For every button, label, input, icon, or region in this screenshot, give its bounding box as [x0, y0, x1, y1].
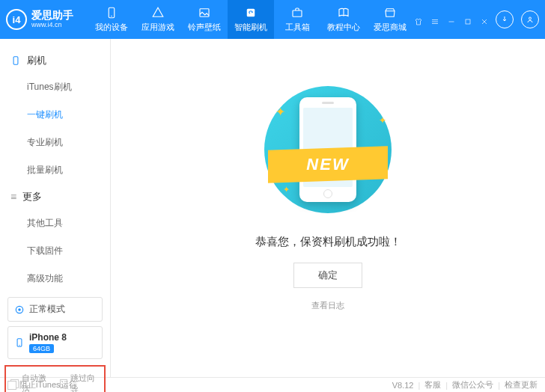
sidebar: 刷机 iTunes刷机 一键刷机 专业刷机 批量刷机 ≡ 更多 其他工具 下载固…: [0, 39, 111, 377]
sidebar-item-one-click-flash[interactable]: 一键刷机: [0, 101, 110, 129]
book-icon: [337, 6, 350, 19]
nav-store[interactable]: 爱思商城: [367, 0, 413, 39]
app-name: 爱思助手: [31, 10, 73, 21]
svg-rect-3: [247, 9, 255, 17]
nav-ringtones[interactable]: 铃声壁纸: [181, 0, 228, 39]
maximize-button[interactable]: [463, 16, 473, 27]
shirt-icon[interactable]: [413, 16, 424, 27]
ok-button[interactable]: 确定: [293, 263, 362, 288]
success-message: 恭喜您，保资料刷机成功啦！: [255, 235, 401, 249]
svg-point-12: [529, 17, 532, 19]
phone-icon: [105, 6, 118, 19]
nav-apps[interactable]: 应用游戏: [135, 0, 181, 39]
main-content: ✦ ✦ ✦ NEW 恭喜您，保资料刷机成功啦！ 确定 查看日志: [111, 39, 545, 377]
block-itunes-checkbox[interactable]: 阻止iTunes运行: [7, 379, 77, 391]
app-header: i4 爱思助手 www.i4.cn 我的设备 应用游戏 铃声壁纸 智能刷机 工具…: [0, 0, 545, 39]
nav-tutorials[interactable]: 教程中心: [320, 0, 367, 39]
apps-icon: [151, 6, 165, 19]
user-button[interactable]: [521, 10, 539, 28]
download-button[interactable]: [496, 10, 514, 28]
nav-flash[interactable]: 智能刷机: [228, 0, 274, 39]
more-icon: ≡: [10, 192, 16, 202]
svg-rect-4: [293, 10, 302, 16]
customer-service-link[interactable]: 客服: [424, 379, 441, 391]
svg-point-15: [18, 308, 21, 311]
refresh-icon: [244, 6, 258, 19]
header-actions: [496, 10, 539, 28]
nav-my-device[interactable]: 我的设备: [88, 0, 135, 39]
sidebar-item-itunes-flash[interactable]: iTunes刷机: [0, 73, 110, 101]
check-update-link[interactable]: 检查更新: [505, 379, 538, 391]
sidebar-item-pro-flash[interactable]: 专业刷机: [0, 129, 110, 156]
phone-icon: [14, 337, 25, 348]
close-button[interactable]: [479, 16, 490, 27]
new-ribbon: NEW: [268, 148, 388, 181]
store-icon: [383, 6, 397, 19]
briefcase-icon: [290, 6, 304, 19]
device-mode-status[interactable]: 正常模式: [7, 297, 103, 322]
status-dot-icon: [14, 304, 25, 315]
view-log-link[interactable]: 查看日志: [311, 300, 344, 311]
window-controls: [413, 12, 490, 27]
app-url: www.i4.cn: [31, 22, 73, 29]
logo-icon: i4: [6, 9, 27, 30]
top-nav: 我的设备 应用游戏 铃声壁纸 智能刷机 工具箱 教程中心 爱思商城: [88, 0, 413, 39]
sidebar-item-advanced[interactable]: 高级功能: [0, 265, 110, 293]
nav-toolbox[interactable]: 工具箱: [274, 0, 320, 39]
minimize-button[interactable]: [446, 16, 457, 27]
sidebar-item-batch-flash[interactable]: 批量刷机: [0, 156, 110, 184]
success-illustration: ✦ ✦ ✦ NEW: [253, 82, 403, 217]
sidebar-group-flash: 刷机: [0, 48, 110, 73]
image-icon: [198, 6, 211, 19]
phone-icon: [10, 55, 21, 66]
device-name: iPhone 8: [29, 332, 67, 343]
svg-rect-9: [466, 19, 470, 24]
device-storage-badge: 64GB: [29, 344, 54, 353]
connected-device[interactable]: iPhone 8 64GB: [7, 326, 103, 359]
wechat-link[interactable]: 微信公众号: [452, 379, 493, 391]
sidebar-group-more: ≡ 更多: [0, 184, 110, 209]
svg-rect-13: [13, 57, 18, 65]
sidebar-item-other-tools[interactable]: 其他工具: [0, 209, 110, 237]
version-label: V8.12: [392, 381, 414, 390]
sidebar-item-download-firmware[interactable]: 下载固件: [0, 237, 110, 265]
app-logo: i4 爱思助手 www.i4.cn: [6, 9, 88, 30]
menu-icon[interactable]: [430, 16, 440, 27]
